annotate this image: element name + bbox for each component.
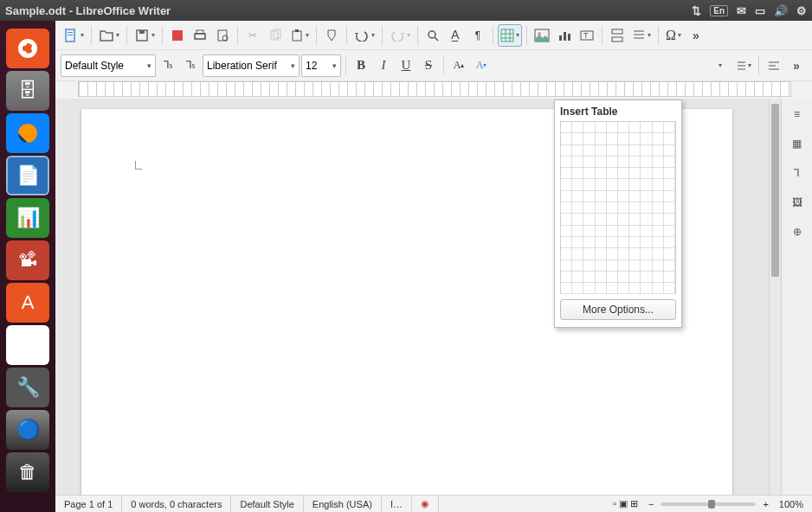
status-wordcount[interactable]: 0 words, 0 characters xyxy=(122,496,231,512)
titlebar: Sample.odt - LibreOffice Writer ⇅ En ✉ ▭… xyxy=(0,0,812,21)
table-size-grid[interactable] xyxy=(560,121,676,294)
underline-button[interactable]: U xyxy=(396,54,416,77)
styles-panel-icon[interactable]: Ꞁ xyxy=(787,163,808,183)
scroll-thumb[interactable] xyxy=(771,104,779,277)
save-button[interactable]: ▾ xyxy=(132,24,158,47)
keyboard-lang-indicator[interactable]: En xyxy=(710,5,728,16)
insert-table-title: Insert Table xyxy=(560,106,676,118)
launcher-app-2[interactable]: 🗑 xyxy=(6,452,49,492)
insert-chart-button[interactable] xyxy=(554,24,575,47)
svg-rect-30 xyxy=(564,32,566,41)
volume-icon[interactable]: 🔊 xyxy=(774,4,788,17)
copy-button[interactable] xyxy=(265,24,286,47)
more-options-button[interactable]: More Options... xyxy=(560,299,676,320)
status-bar: Page 1 of 1 0 words, 0 characters Defaul… xyxy=(55,495,812,512)
svg-line-21 xyxy=(435,37,438,41)
svg-rect-10 xyxy=(139,30,145,34)
paragraph-style-input[interactable] xyxy=(65,60,144,72)
insert-table-popup: Insert Table More Options... xyxy=(554,99,682,328)
status-zoom[interactable]: 100% xyxy=(770,496,812,512)
launcher-writer[interactable]: 📄 xyxy=(6,156,49,195)
svg-rect-35 xyxy=(612,37,622,42)
gear-icon[interactable]: ⚙ xyxy=(796,4,807,17)
status-signature-icon[interactable]: ◉ xyxy=(412,496,439,512)
page-break-button[interactable] xyxy=(607,24,628,47)
undo-button[interactable]: ▾ xyxy=(351,24,377,47)
svg-text:T: T xyxy=(583,31,589,40)
text-cursor xyxy=(135,161,142,170)
launcher-software[interactable]: A xyxy=(6,283,49,323)
superscript-button[interactable]: A▴ xyxy=(448,54,469,77)
update-style-button[interactable]: Ꞁs xyxy=(158,54,178,77)
unity-launcher: 🗄 📄 📊 📽 A a 🔧 🔵 🗑 xyxy=(0,21,55,512)
font-size-input[interactable] xyxy=(306,60,329,72)
insert-textbox-button[interactable]: T xyxy=(577,24,597,47)
align-button[interactable] xyxy=(764,54,784,77)
formatting-marks-button[interactable]: ¶ xyxy=(467,24,488,47)
gallery-panel-icon[interactable]: 🖼 xyxy=(787,192,808,213)
font-name-input[interactable] xyxy=(207,60,287,72)
status-view-icons[interactable]: ▫ ▣ ⊞ xyxy=(604,496,647,512)
toolbar2-overflow[interactable]: » xyxy=(786,54,807,77)
formatting-toolbar: ▾ Ꞁs Ꞁs ▾ ▾ B I U S A▴ A▾ ▾ ▾ » xyxy=(55,50,812,81)
status-insert-mode[interactable]: I… xyxy=(382,496,412,512)
print-preview-button[interactable] xyxy=(212,24,233,47)
launcher-calc[interactable]: 📊 xyxy=(6,198,49,238)
bullet-list-button[interactable]: ▾ xyxy=(709,54,730,77)
clone-formatting-button[interactable] xyxy=(321,24,342,47)
svg-rect-29 xyxy=(559,35,562,41)
open-button[interactable]: ▾ xyxy=(96,24,122,47)
vertical-scrollbar[interactable] xyxy=(769,99,781,495)
number-list-button[interactable]: ▾ xyxy=(731,54,754,77)
network-icon[interactable]: ⇅ xyxy=(692,4,701,17)
launcher-amazon[interactable]: a xyxy=(6,325,49,365)
print-button[interactable] xyxy=(190,24,210,47)
export-pdf-button[interactable] xyxy=(167,24,188,47)
spellcheck-button[interactable]: A̲ xyxy=(445,24,466,47)
font-size-combo[interactable]: ▾ xyxy=(301,54,341,77)
italic-button[interactable]: I xyxy=(373,54,394,77)
svg-rect-8 xyxy=(68,35,73,35)
mail-icon[interactable]: ✉ xyxy=(737,4,746,17)
writer-window: ▾ ▾ ▾ ✂ ▾ ▾ ▾ A̲ ¶ ▾ T ▾ Ω▾ » xyxy=(55,21,812,512)
strikethrough-button[interactable]: S xyxy=(418,54,439,77)
svg-point-4 xyxy=(22,51,27,56)
font-name-combo[interactable]: ▾ xyxy=(203,54,300,77)
insert-table-button[interactable]: ▾ xyxy=(498,24,522,47)
ruler-area xyxy=(55,81,812,99)
svg-rect-12 xyxy=(195,34,205,39)
paragraph-style-combo[interactable]: ▾ xyxy=(61,54,156,77)
special-char-button[interactable]: Ω▾ xyxy=(663,24,684,47)
svg-point-2 xyxy=(31,46,36,51)
insert-image-button[interactable] xyxy=(532,24,552,47)
find-button[interactable] xyxy=(422,24,443,47)
launcher-impress[interactable]: 📽 xyxy=(6,240,49,280)
horizontal-ruler[interactable] xyxy=(78,81,791,97)
battery-icon[interactable]: ▭ xyxy=(755,4,765,17)
status-language[interactable]: English (USA) xyxy=(304,496,382,512)
launcher-files[interactable]: 🗄 xyxy=(6,71,49,111)
bold-button[interactable]: B xyxy=(351,54,371,77)
insert-field-button[interactable]: ▾ xyxy=(629,24,654,47)
launcher-settings[interactable]: 🔧 xyxy=(6,368,49,407)
launcher-app-1[interactable]: 🔵 xyxy=(6,410,49,450)
svg-rect-7 xyxy=(68,32,73,33)
toolbar-overflow[interactable]: » xyxy=(686,24,706,47)
status-style[interactable]: Default Style xyxy=(231,496,303,512)
new-button[interactable]: ▾ xyxy=(61,24,87,47)
svg-point-3 xyxy=(22,41,27,46)
properties-panel-icon[interactable]: ▦ xyxy=(787,133,808,154)
document-area: Insert Table More Options... xyxy=(55,99,812,495)
new-style-button[interactable]: Ꞁs xyxy=(180,54,201,77)
redo-button[interactable]: ▾ xyxy=(387,24,413,47)
sidebar-settings-icon[interactable]: ≡ xyxy=(787,104,808,125)
zoom-slider[interactable] xyxy=(661,502,756,506)
paste-button[interactable]: ▾ xyxy=(287,24,312,47)
subscript-button[interactable]: A▾ xyxy=(471,54,492,77)
launcher-firefox[interactable] xyxy=(6,113,49,153)
svg-rect-22 xyxy=(501,29,513,42)
status-page[interactable]: Page 1 of 1 xyxy=(55,496,122,512)
navigator-panel-icon[interactable]: ⊕ xyxy=(787,221,808,242)
launcher-dash[interactable] xyxy=(6,29,49,68)
cut-button[interactable]: ✂ xyxy=(242,24,263,47)
